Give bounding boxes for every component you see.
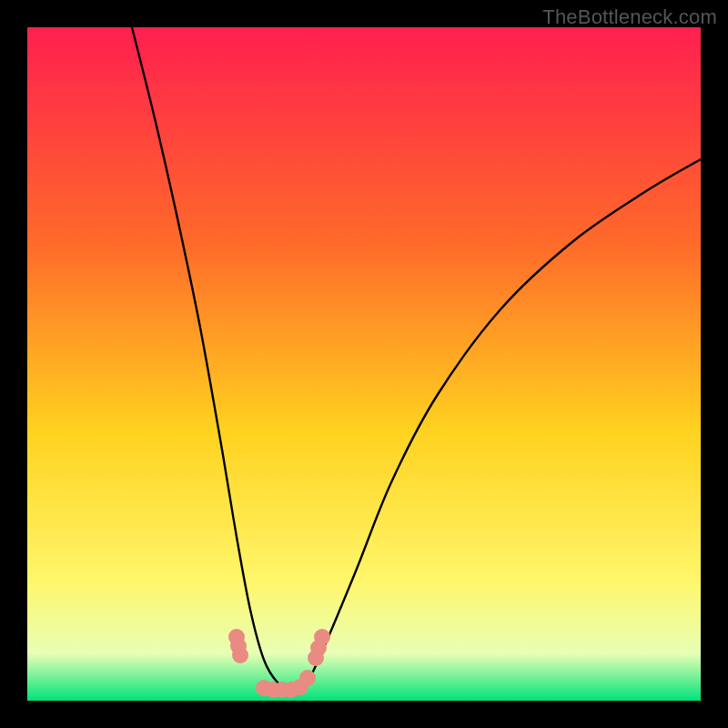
knot-point <box>299 670 316 686</box>
chart-plot-area <box>27 27 701 701</box>
watermark-text: TheBottleneck.com <box>542 5 717 29</box>
chart-svg <box>27 27 701 701</box>
chart-background-gradient <box>27 27 701 701</box>
knot-point <box>232 647 248 663</box>
knot-point <box>314 629 330 645</box>
